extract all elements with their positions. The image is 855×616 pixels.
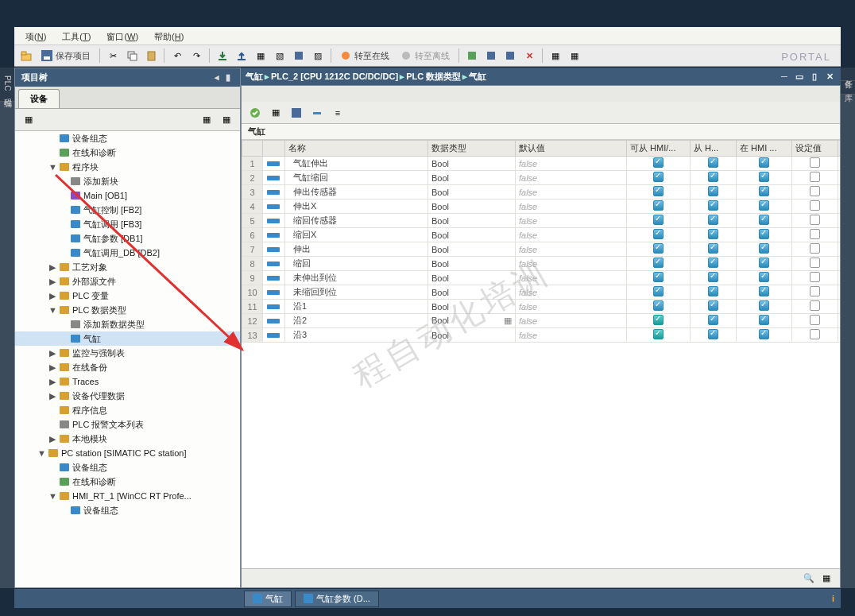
- tree-item[interactable]: 添加新块: [15, 174, 240, 188]
- cell-visible[interactable]: [737, 271, 792, 285]
- table-row[interactable]: 7 伸出 Bool false: [242, 242, 841, 257]
- expand-icon[interactable]: ▶: [48, 391, 56, 401]
- toolbar-icon[interactable]: [482, 47, 500, 64]
- variable-grid[interactable]: 名称数据类型默认值可从 HMI/...从 H...在 HMI ...设定值1 气…: [242, 140, 840, 568]
- cell-setpoint[interactable]: [792, 285, 838, 300]
- cell-datatype[interactable]: Bool: [428, 285, 516, 300]
- cell-visible[interactable]: [737, 285, 792, 300]
- checkbox-icon[interactable]: [708, 215, 718, 225]
- crumb-part[interactable]: 气缸: [246, 71, 263, 83]
- undo-icon[interactable]: ↶: [168, 47, 186, 64]
- cell-name[interactable]: 伸出传感器: [285, 185, 428, 200]
- column-header[interactable]: [242, 141, 263, 157]
- tree-item[interactable]: 设备组态: [15, 460, 240, 475]
- cell-datatype[interactable]: Bool: [428, 300, 516, 314]
- expand-icon[interactable]: ▶: [48, 348, 56, 358]
- cell-visible[interactable]: [737, 242, 792, 257]
- checkbox-icon[interactable]: [653, 229, 663, 239]
- checkbox-icon[interactable]: [810, 258, 820, 268]
- expand-icon[interactable]: ▼: [48, 162, 56, 172]
- expand-icon[interactable]: ▶: [48, 291, 56, 301]
- cell-writable[interactable]: [691, 328, 737, 343]
- checkbox-icon[interactable]: [653, 300, 663, 311]
- tree-item[interactable]: ▶PLC 变量: [15, 289, 240, 303]
- cell-setpoint[interactable]: [792, 328, 838, 343]
- maximize-icon[interactable]: ▯: [808, 72, 821, 82]
- cell-writable[interactable]: [691, 214, 737, 228]
- tree-item[interactable]: ▶Traces: [15, 374, 240, 389]
- tree-item[interactable]: 添加新数据类型: [15, 317, 240, 331]
- cell-visible[interactable]: [737, 200, 792, 214]
- menu-item[interactable]: 项(N): [17, 29, 54, 45]
- expand-icon[interactable]: ▶: [48, 434, 56, 444]
- cell-datatype[interactable]: Bool: [428, 157, 516, 171]
- cell-accessible[interactable]: [627, 157, 691, 171]
- cell-accessible[interactable]: [627, 185, 691, 200]
- cell-name[interactable]: 伸出: [285, 242, 428, 257]
- cell-writable[interactable]: [691, 257, 737, 271]
- cell-default[interactable]: false: [516, 200, 627, 214]
- table-row[interactable]: 2 气缸缩回 Bool false: [242, 171, 841, 185]
- table-row[interactable]: 13 沿3 Bool false: [242, 328, 841, 343]
- cell-writable[interactable]: [691, 285, 737, 300]
- cell-writable[interactable]: [691, 157, 737, 171]
- checkbox-icon[interactable]: [708, 329, 718, 339]
- cell-writable[interactable]: [691, 242, 737, 257]
- checkbox-icon[interactable]: [810, 200, 820, 211]
- cell-visible[interactable]: [737, 171, 792, 185]
- expand-icon[interactable]: ▶: [48, 377, 56, 387]
- editor-toolbar-icon[interactable]: [288, 104, 305, 122]
- crumb-part[interactable]: PLC 数据类型: [406, 71, 461, 83]
- checkbox-icon[interactable]: [708, 200, 718, 211]
- checkbox-icon[interactable]: [810, 272, 820, 282]
- cell-name[interactable]: 缩回X: [285, 228, 428, 242]
- taskbar-tab[interactable]: 气缸参数 (D...: [295, 591, 379, 607]
- tree-item[interactable]: ▼PC station [SIMATIC PC station]: [15, 446, 240, 460]
- checkbox-icon[interactable]: [759, 172, 769, 182]
- cell-datatype[interactable]: Bool: [428, 200, 516, 214]
- cell-writable[interactable]: [691, 200, 737, 214]
- table-row[interactable]: 11 沿1 Bool false: [242, 300, 841, 314]
- checkbox-icon[interactable]: [759, 243, 769, 254]
- checkbox-icon[interactable]: [708, 300, 718, 311]
- tree-item[interactable]: 设备组态: [15, 503, 240, 517]
- checkbox-icon[interactable]: [653, 329, 663, 339]
- checkbox-icon[interactable]: [759, 157, 769, 168]
- cell-visible[interactable]: [737, 314, 792, 328]
- cell-name[interactable]: 伸出X: [285, 200, 428, 214]
- checkbox-icon[interactable]: [708, 258, 718, 268]
- checkbox-icon[interactable]: [759, 215, 769, 225]
- compile-icon[interactable]: [290, 47, 308, 64]
- checkbox-icon[interactable]: [653, 157, 663, 168]
- cell-writable[interactable]: [691, 300, 737, 314]
- toolbar-icon[interactable]: ▧: [271, 47, 288, 64]
- cell-writable[interactable]: [691, 228, 737, 242]
- editor-toolbar-icon[interactable]: ▦: [267, 104, 284, 122]
- cell-visible[interactable]: [737, 228, 792, 242]
- checkbox-icon[interactable]: [759, 186, 769, 196]
- checkbox-icon[interactable]: [759, 258, 769, 268]
- column-header[interactable]: [263, 141, 285, 157]
- toolbar-icon[interactable]: ▦: [252, 47, 269, 64]
- go-offline-button[interactable]: 转至离线: [396, 50, 455, 62]
- cell-accessible[interactable]: [627, 314, 691, 328]
- cell-default[interactable]: false: [516, 328, 627, 343]
- cell-name[interactable]: 沿1: [285, 300, 428, 314]
- layout-icon[interactable]: ▦: [818, 570, 835, 587]
- checkbox-icon[interactable]: [653, 258, 663, 268]
- project-tree[interactable]: 设备组态在线和诊断▼程序块添加新块Main [OB1]气缸控制 [FB2]气缸调…: [15, 131, 240, 587]
- checkbox-icon[interactable]: [759, 315, 769, 325]
- table-row[interactable]: 6 缩回X Bool false: [242, 228, 841, 242]
- cell-setpoint[interactable]: [792, 214, 838, 228]
- cell-datatype[interactable]: Bool: [428, 328, 516, 343]
- paste-icon[interactable]: [142, 47, 160, 64]
- checkbox-icon[interactable]: [653, 200, 663, 211]
- cell-name[interactable]: 未伸出到位: [285, 271, 428, 285]
- crumb-part[interactable]: PLC_2 [CPU 1212C DC/DC/DC]: [271, 72, 398, 81]
- tree-item[interactable]: ▼HMI_RT_1 [WinCC RT Profe...: [15, 489, 240, 503]
- side-tab-tasks[interactable]: 任务: [841, 68, 855, 81]
- cell-name[interactable]: 气缸伸出: [285, 157, 428, 171]
- tree-item[interactable]: 气缸调用 [FB3]: [15, 217, 240, 231]
- checkbox-icon[interactable]: [708, 172, 718, 182]
- column-header[interactable]: 在 HMI ...: [737, 141, 792, 157]
